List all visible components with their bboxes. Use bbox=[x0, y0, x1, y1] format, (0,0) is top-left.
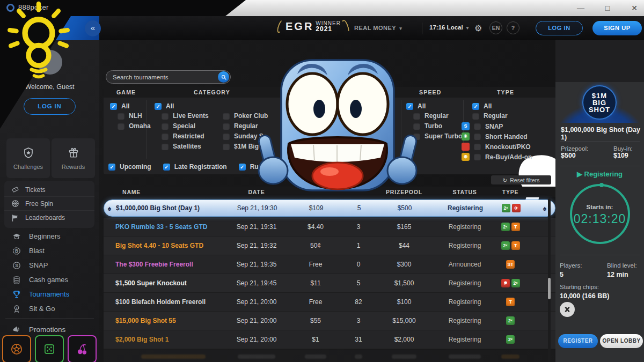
category-satellites-checkbox[interactable] bbox=[162, 143, 169, 150]
settings-gear-icon[interactable]: ⚙ bbox=[474, 23, 482, 33]
sidebar-item-sit-go[interactable]: Sit & Go bbox=[0, 301, 99, 316]
tournament-prizepool: $2,000 bbox=[367, 336, 442, 343]
reentry-badge: 2ˣ bbox=[506, 316, 515, 325]
slots-cherries-tile[interactable] bbox=[68, 335, 97, 362]
sidebar-nav: BeginnersBlastSNAPCash gamesTournamentsS… bbox=[0, 229, 99, 316]
window-minimize-button[interactable]: — bbox=[575, 0, 586, 16]
category-sunday-sa-checkbox[interactable] bbox=[223, 133, 230, 140]
speed-turbo-checkbox[interactable] bbox=[413, 123, 420, 130]
sidebar-item-leaderboards[interactable]: Leaderboards bbox=[4, 211, 94, 225]
skeleton-bar bbox=[305, 354, 326, 359]
running-checkbox[interactable]: ✓ bbox=[239, 164, 246, 171]
upcoming-checkbox[interactable]: ✓ bbox=[108, 164, 115, 171]
sidebar-item-blast[interactable]: Blast bbox=[0, 243, 99, 258]
tournament-name: Big Shot 4.40 - 10 Seats GTD bbox=[114, 242, 232, 249]
category-regular: Regular bbox=[223, 122, 258, 130]
type-snap-checkbox[interactable] bbox=[474, 123, 481, 130]
category-all-checkbox[interactable]: ✓ bbox=[155, 103, 162, 110]
sidebar-item-tournaments[interactable]: Tournaments bbox=[0, 287, 99, 301]
category-special-label: Special bbox=[173, 122, 195, 130]
speed-regular-checkbox[interactable] bbox=[413, 113, 420, 120]
sidebar-item-tickets[interactable]: Tickets bbox=[4, 183, 94, 197]
tournament-title: $1,000,000 Big Shot (Day 1) bbox=[561, 126, 641, 141]
open-lobby-button[interactable]: OPEN LOBBY bbox=[600, 334, 643, 348]
login-button[interactable]: LOG IN bbox=[536, 21, 583, 35]
shield-star-icon bbox=[22, 146, 35, 159]
chips-crossed-icon[interactable] bbox=[560, 302, 575, 317]
tournament-row[interactable]: ♠$1,000,000 Big Shot (Day 1)Sep 21, 19:3… bbox=[104, 200, 555, 217]
sidebar-collapse-button[interactable]: « bbox=[85, 20, 101, 36]
reset-filters-button[interactable]: ↻ Reset filters bbox=[491, 175, 551, 184]
megaphone-icon bbox=[12, 324, 21, 334]
scrollbar-thumb[interactable] bbox=[548, 278, 551, 299]
game-nlh-checkbox[interactable] bbox=[118, 113, 125, 120]
sidebar-login-button[interactable]: LOG IN bbox=[24, 98, 76, 115]
tournament-row[interactable]: $15,000 Big Shot 55Sep 21, 20:00$553$15,… bbox=[104, 312, 555, 330]
buyin-block: Buy-in: $109 bbox=[613, 145, 633, 159]
skeleton-bar bbox=[141, 354, 206, 359]
panel-divider bbox=[560, 166, 640, 166]
type-short-handed-checkbox[interactable] bbox=[474, 133, 481, 140]
cross-sell-tiles bbox=[2, 335, 97, 362]
type-re-buy-add-on-checkbox[interactable] bbox=[474, 153, 481, 160]
help-button[interactable]: ? bbox=[507, 21, 519, 34]
promotions-label: Promotions bbox=[29, 326, 65, 334]
filter-divider bbox=[401, 100, 401, 159]
type-all-checkbox[interactable]: ✓ bbox=[472, 103, 479, 110]
tournament-name: $100 Blefach Holdem Freeroll bbox=[114, 298, 232, 306]
ticket-icon bbox=[11, 185, 20, 194]
nav-item-label: Blast bbox=[29, 247, 45, 255]
nav-item-label: Cash games bbox=[29, 276, 68, 284]
search-button[interactable] bbox=[218, 71, 229, 83]
table-header-row: NAME DATE PRIZEPOOL STATUS TYPE bbox=[104, 187, 555, 197]
tournament-row[interactable]: $1,500 Super KnockoutSep 21, 19:45$115$1… bbox=[104, 274, 555, 293]
category-live-events: Live Events bbox=[162, 112, 209, 120]
tournament-row[interactable]: PKO Rumble 33 - 5 Seats GTDSep 21, 19:31… bbox=[104, 218, 555, 237]
tournament-buyin: $4.40 bbox=[281, 223, 350, 231]
status-filter-label: Running bbox=[250, 163, 276, 171]
tournament-row[interactable]: $100 Blefach Holdem FreerollSep 21, 20:0… bbox=[104, 293, 555, 312]
window-close-button[interactable]: ✕ bbox=[629, 0, 640, 16]
language-button[interactable]: EN bbox=[489, 21, 502, 34]
type-short-handed-label: Short Handed bbox=[485, 133, 528, 141]
sidebar-item-beginners[interactable]: Beginners bbox=[0, 229, 99, 243]
category-poker-club-checkbox[interactable] bbox=[223, 113, 230, 120]
challenges-tile[interactable]: Challenges bbox=[6, 138, 50, 178]
window-maximize-button[interactable]: □ bbox=[602, 0, 613, 16]
tournament-row[interactable]: $2,000 Big Shot 1Sep 21, 20:00$131$2,000… bbox=[104, 330, 555, 349]
sidebar-item-snap[interactable]: SNAP bbox=[0, 258, 99, 272]
tournament-date: Sep 21, 19:30 bbox=[233, 204, 281, 212]
quick-item-label: Leaderboards bbox=[25, 214, 65, 221]
type-regular-checkbox[interactable] bbox=[472, 113, 479, 120]
real-money-dropdown[interactable]: REAL MONEY▾ bbox=[354, 25, 402, 31]
speed-all-checkbox[interactable]: ✓ bbox=[406, 103, 413, 110]
local-time-dropdown[interactable]: 17:16 Local▾ bbox=[429, 24, 469, 31]
search-input[interactable] bbox=[106, 74, 218, 80]
casino-dice-tile[interactable] bbox=[35, 335, 64, 362]
register-button[interactable]: REGISTER bbox=[558, 334, 598, 348]
reentry-badge: 2ˣ bbox=[501, 223, 510, 231]
sidebar-item-free-spin[interactable]: Free Spin bbox=[4, 197, 94, 211]
game-all-checkbox[interactable]: ✓ bbox=[110, 103, 117, 110]
tournament-row[interactable]: Big Shot 4.40 - 10 Seats GTDSep 21, 19:3… bbox=[104, 237, 555, 255]
game-omaha-checkbox[interactable] bbox=[118, 123, 125, 130]
category-$1m-big-sho-checkbox[interactable] bbox=[223, 143, 230, 150]
speed-super-turbo-checkbox[interactable] bbox=[413, 133, 420, 140]
tournament-row[interactable]: The $300 Freebie FreerollSep 21, 19:35Fr… bbox=[104, 255, 555, 274]
category-satellites: Satellites bbox=[162, 143, 201, 150]
sidebar-item-cash-games[interactable]: Cash games bbox=[0, 272, 99, 287]
rewards-tile[interactable]: Rewards bbox=[52, 138, 95, 178]
tournament-players: 5 bbox=[351, 204, 367, 212]
top-navigation-bar: « EGR WINNER 2021 REAL MONEY▾ 17:16 Loca… bbox=[0, 16, 644, 40]
late-registration-checkbox[interactable]: ✓ bbox=[163, 164, 170, 171]
category-regular-checkbox[interactable] bbox=[223, 123, 230, 130]
table-scrollbar[interactable] bbox=[548, 198, 551, 362]
type-knockout-pko-checkbox[interactable] bbox=[474, 143, 481, 150]
category-live-events-checkbox[interactable] bbox=[162, 113, 169, 120]
category-restricted-checkbox[interactable] bbox=[162, 133, 169, 140]
sport-ball-tile[interactable] bbox=[2, 335, 31, 362]
category-special-checkbox[interactable] bbox=[162, 123, 169, 130]
signup-button[interactable]: SIGN UP bbox=[592, 21, 642, 35]
tournament-type-badges: 2ˣT bbox=[488, 223, 533, 231]
nav-divider bbox=[422, 23, 422, 34]
